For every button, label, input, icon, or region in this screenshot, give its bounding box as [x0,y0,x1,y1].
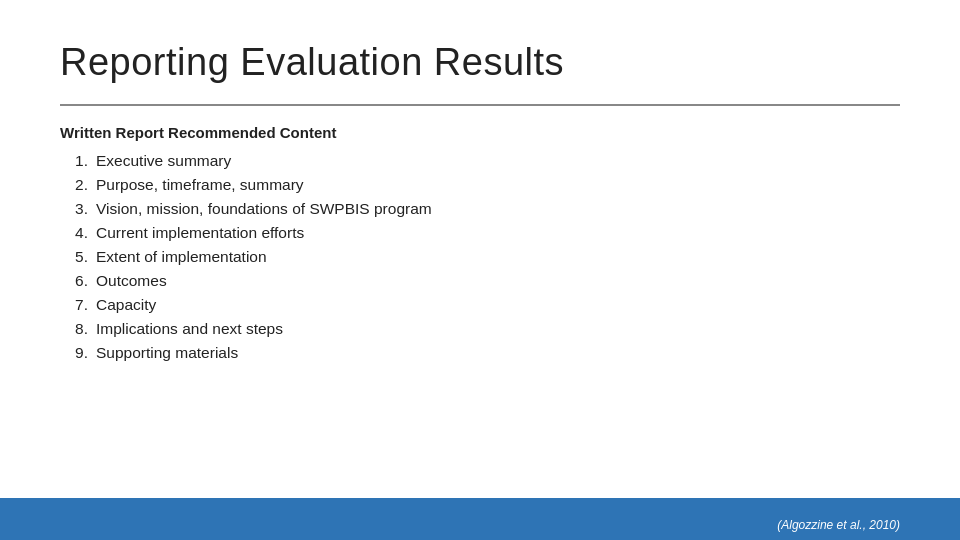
list-item: 5.Extent of implementation [60,245,900,269]
content-subtitle: Written Report Recommended Content [60,124,900,141]
bottom-bar: (Algozzine et al., 2010) [0,498,960,540]
list-item-num: 1. [60,149,96,173]
list-item: 4.Current implementation efforts [60,221,900,245]
content-list: 1.Executive summary2.Purpose, timeframe,… [60,149,900,365]
list-item-text: Vision, mission, foundations of SWPBIS p… [96,197,432,221]
list-item-text: Supporting materials [96,341,238,365]
title-divider [60,104,900,106]
slide-title: Reporting Evaluation Results [60,40,900,86]
list-item: 1.Executive summary [60,149,900,173]
list-item-num: 4. [60,221,96,245]
list-item-num: 6. [60,269,96,293]
list-item: 3.Vision, mission, foundations of SWPBIS… [60,197,900,221]
list-item-num: 9. [60,341,96,365]
list-item-num: 7. [60,293,96,317]
title-area: Reporting Evaluation Results [60,40,900,86]
list-item: 8.Implications and next steps [60,317,900,341]
list-item-text: Purpose, timeframe, summary [96,173,304,197]
list-item: 7.Capacity [60,293,900,317]
list-item-num: 8. [60,317,96,341]
list-item-num: 3. [60,197,96,221]
citation: (Algozzine et al., 2010) [777,518,900,532]
list-item-text: Executive summary [96,149,231,173]
list-item-num: 2. [60,173,96,197]
list-item: 2.Purpose, timeframe, summary [60,173,900,197]
list-item-text: Capacity [96,293,156,317]
list-item: 9.Supporting materials [60,341,900,365]
list-item: 6.Outcomes [60,269,900,293]
list-item-num: 5. [60,245,96,269]
list-item-text: Outcomes [96,269,167,293]
slide-container: Reporting Evaluation Results Written Rep… [0,0,960,540]
list-item-text: Extent of implementation [96,245,267,269]
list-item-text: Current implementation efforts [96,221,304,245]
list-item-text: Implications and next steps [96,317,283,341]
